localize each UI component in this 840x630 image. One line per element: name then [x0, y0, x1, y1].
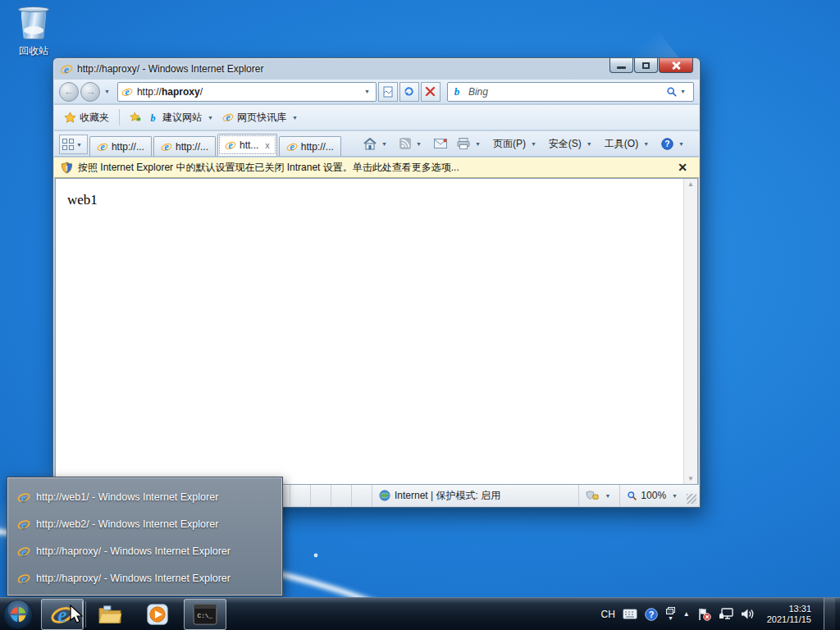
svg-text:e: e: [164, 141, 168, 153]
favorites-label: 收藏夹: [80, 111, 109, 125]
svg-text:?: ?: [649, 609, 655, 619]
suggested-sites-dropdown-icon: ▼: [208, 115, 213, 121]
action-center-flag-icon[interactable]: [697, 608, 711, 621]
ie-icon: e: [97, 141, 108, 153]
recent-pages-dropdown[interactable]: ▼: [104, 89, 110, 94]
help-button[interactable]: ? ▼: [657, 134, 691, 153]
internet-zone-globe-icon: [379, 490, 390, 501]
tab-bar: ▼ e http://... e http://... e htt... x e…: [54, 131, 699, 157]
suggested-sites-button[interactable]: b 建议网站 ▼: [146, 107, 219, 127]
svg-text:?: ?: [664, 139, 669, 148]
start-button[interactable]: [0, 599, 36, 630]
scroll-down-icon[interactable]: ▼: [687, 475, 694, 482]
add-favorite-button[interactable]: [126, 107, 146, 127]
tools-menu-label: 工具(O): [605, 137, 638, 151]
window-list-item-web2[interactable]: e http://web2/ - Windows Internet Explor…: [7, 510, 282, 537]
show-hidden-icons-button[interactable]: ▲: [683, 610, 690, 618]
tab-close-icon[interactable]: x: [265, 140, 270, 150]
page-menu-button[interactable]: 页面(P) ▼: [489, 134, 543, 153]
restore-button[interactable]: [634, 58, 658, 73]
system-tray: CH ? ▼ ▲ 13:31 2: [601, 598, 840, 630]
tab-3-active[interactable]: e htt... x: [217, 134, 277, 156]
taskbar-media-player-button[interactable]: [136, 599, 179, 630]
svg-text:e: e: [21, 546, 26, 558]
address-bar[interactable]: e http://haproxy/ ▼: [117, 82, 377, 102]
taskbar-cmd-button[interactable]: C:\_: [184, 599, 226, 630]
scroll-up-icon[interactable]: ▲: [687, 180, 694, 188]
home-button[interactable]: ▼: [359, 134, 394, 153]
taskbar-explorer-button[interactable]: [89, 599, 131, 630]
ie-icon: e: [17, 518, 30, 531]
safety-menu-dropdown-icon: ▼: [587, 141, 592, 147]
recycle-bin-label: 回收站: [8, 44, 59, 58]
tab-label: http://...: [112, 141, 144, 153]
tab-1[interactable]: e http://...: [89, 136, 152, 156]
volume-icon[interactable]: [741, 608, 755, 620]
close-button[interactable]: [659, 58, 693, 73]
read-mail-button[interactable]: [430, 134, 451, 153]
network-icon[interactable]: [719, 608, 733, 620]
window-titlebar[interactable]: e http://haproxy/ - Windows Internet Exp…: [53, 58, 700, 80]
tools-menu-button[interactable]: 工具(O) ▼: [600, 134, 655, 153]
print-button[interactable]: ▼: [453, 134, 487, 153]
protected-mode-dropdown-icon: ▼: [605, 493, 610, 499]
protected-mode-button[interactable]: ▼: [578, 485, 619, 506]
mail-icon: [434, 139, 447, 148]
vertical-scrollbar[interactable]: ▲ ▼: [683, 179, 697, 484]
window-list-item-haproxy-2[interactable]: e http://haproxy/ - Windows Internet Exp…: [7, 564, 282, 591]
stop-button[interactable]: [421, 82, 441, 102]
infobar-message[interactable]: 按照 Internet Explorer 中的默认设置现在已关闭 Intrane…: [78, 161, 673, 175]
infobar-close-icon[interactable]: ✕: [673, 161, 692, 174]
search-icon[interactable]: [666, 86, 678, 98]
information-bar[interactable]: ! 按照 Internet Explorer 中的默认设置现在已关闭 Intra…: [54, 158, 699, 178]
language-indicator[interactable]: CH: [601, 609, 615, 620]
refresh-icon: [403, 85, 415, 98]
show-desktop-button[interactable]: [824, 598, 835, 630]
folder-icon: [98, 604, 122, 625]
quick-tabs-button[interactable]: ▼: [59, 135, 88, 154]
address-dropdown-icon[interactable]: ▼: [364, 89, 370, 94]
favorites-button[interactable]: 收藏夹: [61, 107, 112, 127]
tab-4[interactable]: e http://...: [279, 136, 341, 156]
svg-text:e: e: [58, 603, 67, 625]
quick-tabs-dropdown-icon: ▼: [76, 142, 82, 148]
feeds-button[interactable]: ▼: [395, 134, 428, 153]
recycle-bin-desktop-icon[interactable]: 回收站: [8, 5, 59, 58]
refresh-button[interactable]: [399, 82, 419, 102]
minimize-icon: [617, 66, 626, 69]
search-box[interactable]: b Bing ▼: [447, 82, 694, 102]
back-icon: ←: [64, 85, 75, 98]
back-button[interactable]: ←: [59, 82, 79, 102]
clock-time: 13:31: [767, 604, 811, 614]
zoom-button[interactable]: 100% ▼: [619, 485, 687, 506]
tray-window-restore-icon[interactable]: ▼: [665, 607, 676, 621]
safety-menu-button[interactable]: 安全(S) ▼: [545, 134, 599, 153]
keyboard-icon[interactable]: [623, 609, 637, 619]
tab-2[interactable]: e http://...: [153, 136, 216, 156]
taskbar: e C:\_ CH ?: [0, 597, 840, 630]
forward-button[interactable]: →: [80, 82, 100, 102]
help-tray-icon[interactable]: ?: [645, 608, 658, 621]
svg-text:e: e: [21, 573, 26, 585]
window-title: http://haproxy/ - Windows Internet Explo…: [77, 63, 263, 75]
web-slices-button[interactable]: e 网页快讯库 ▼: [219, 107, 304, 127]
minimize-button[interactable]: [609, 58, 633, 73]
bing-icon: b: [453, 86, 463, 97]
address-text[interactable]: http://haproxy/: [137, 86, 362, 98]
forward-icon: →: [85, 85, 96, 98]
search-options-dropdown-icon[interactable]: ▼: [680, 89, 686, 94]
window-list-item-web1[interactable]: e http://web1/ - Windows Internet Explor…: [7, 483, 282, 510]
command-prompt-icon: C:\_: [193, 604, 217, 625]
window-list-item-label: http://web2/ - Windows Internet Explorer: [36, 518, 218, 530]
search-placeholder: Bing: [468, 86, 666, 98]
window-list-item-haproxy-1[interactable]: e http://haproxy/ - Windows Internet Exp…: [7, 537, 282, 564]
resize-grip[interactable]: [687, 494, 696, 504]
svg-text:!: !: [66, 163, 68, 171]
tools-menu-dropdown-icon: ▼: [643, 141, 649, 147]
compatibility-view-button[interactable]: [378, 82, 398, 102]
ie-icon: e: [222, 112, 234, 123]
tab-label: http://...: [176, 141, 208, 153]
window-list-item-label: http://haproxy/ - Windows Internet Explo…: [36, 546, 231, 557]
navigation-bar: ← → ▼ e http://haproxy/ ▼: [54, 80, 699, 104]
taskbar-clock[interactable]: 13:31 2021/11/15: [767, 604, 811, 625]
